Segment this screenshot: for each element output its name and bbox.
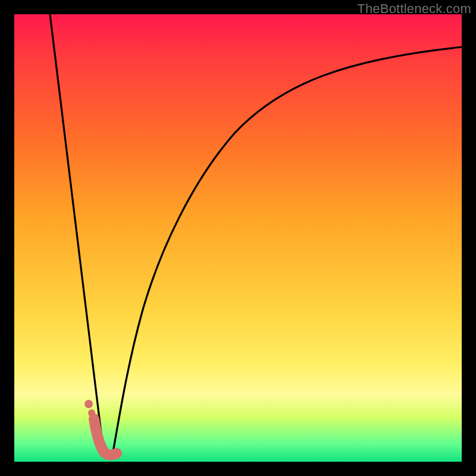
plot-area (14, 14, 462, 462)
chart-frame: TheBottleneck.com (0, 0, 476, 476)
watermark: TheBottleneck.com (357, 1, 471, 17)
